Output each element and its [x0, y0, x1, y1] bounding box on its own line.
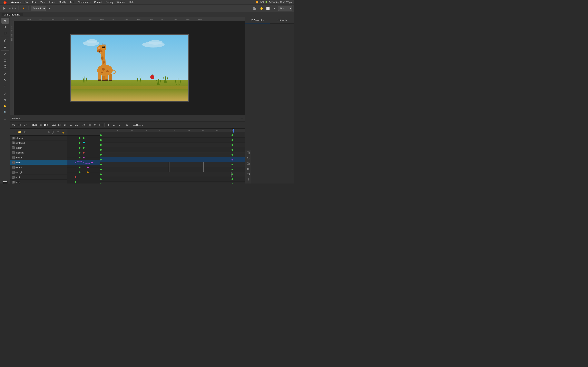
right-tool-4[interactable] — [246, 166, 251, 171]
right-tool-2[interactable]: i — [246, 156, 251, 161]
scene-dropdown-btn[interactable]: ▾ — [47, 6, 52, 11]
tool-text[interactable]: T — [1, 83, 9, 89]
layer-lock-btn[interactable]: 🔒 — [61, 130, 66, 134]
right-tool-3[interactable] — [246, 161, 251, 166]
layer-add-btn[interactable]: + — [12, 130, 16, 134]
layer-row-mouth[interactable]: mouth — [10, 155, 67, 160]
track-leftpupil — [100, 133, 245, 138]
layer-row-body[interactable]: body — [10, 180, 67, 184]
tool-pen[interactable] — [1, 38, 9, 43]
tool-subselect[interactable] — [1, 24, 9, 30]
scene-selector[interactable]: Scene 1 — [31, 6, 46, 11]
svg-rect-2 — [255, 7, 256, 8]
layer-row-head[interactable]: head — [10, 160, 67, 165]
tl-export-btn[interactable] — [98, 123, 104, 128]
tl-settings-btn[interactable] — [93, 123, 98, 128]
tab-properties[interactable]: Properties — [245, 17, 270, 24]
right-tool-1[interactable] — [246, 150, 251, 155]
apple-menu[interactable]: 🍎 — [2, 0, 8, 4]
layer-row-eyeright[interactable]: eyeright — [10, 150, 67, 155]
animate-icon[interactable]: ✦ — [21, 6, 26, 11]
right-panel-content — [245, 24, 294, 150]
tool-oval[interactable] — [1, 64, 9, 69]
layer-visibility-btn[interactable] — [56, 130, 60, 134]
svg-point-58 — [13, 147, 14, 149]
tool-eyedropper[interactable] — [1, 91, 9, 97]
tl-back-frame-btn[interactable] — [105, 123, 111, 128]
tool-lasso[interactable] — [1, 44, 9, 50]
tool-zoom[interactable]: 🔍 — [1, 109, 9, 115]
view-select-btn[interactable]: ⬜ — [265, 6, 271, 11]
tab-assets[interactable]: Assets — [270, 17, 294, 24]
tl-loop2-btn[interactable] — [124, 123, 129, 128]
apple-stem — [152, 75, 153, 75]
tool-paintbucket[interactable] — [1, 77, 9, 83]
kf-eyeleft-0 — [100, 144, 102, 146]
layer-options-btn[interactable] — [51, 130, 55, 134]
tl-loop-btn[interactable]: ▶▶ — [74, 123, 79, 128]
menu-modify[interactable]: Modify — [57, 0, 68, 4]
tl-camera-btn[interactable] — [11, 123, 16, 128]
speed-slider-thumb[interactable] — [136, 124, 138, 126]
tool-line[interactable] — [1, 71, 9, 77]
layer-row-neck[interactable]: neck — [10, 175, 67, 180]
svg-rect-99 — [277, 20, 278, 20]
file-tab[interactable]: AFFE REAL.fla* — [2, 13, 23, 16]
tl-skip-back-btn[interactable]: ◀◀ — [51, 123, 56, 128]
layer-row-earleft[interactable]: earleft — [10, 165, 67, 170]
right-tabs: Properties Assets — [245, 17, 294, 24]
right-tool-expand[interactable] — [246, 183, 251, 184]
svg-rect-30 — [103, 44, 104, 47]
tl-graph-btn[interactable] — [22, 123, 28, 128]
track-earright — [100, 167, 245, 172]
menu-window[interactable]: Window — [115, 0, 127, 4]
layer-icon-body — [12, 181, 15, 184]
svg-point-75 — [83, 147, 85, 149]
tl-frames-btn[interactable] — [17, 123, 22, 128]
view-hand-btn[interactable]: ✋ — [259, 6, 264, 11]
tl-frame-forward-btn[interactable] — [62, 123, 68, 128]
right-tool-dots[interactable] — [246, 177, 251, 182]
playhead[interactable] — [233, 129, 233, 133]
menu-file[interactable]: File — [23, 0, 30, 4]
tool-transform[interactable] — [1, 30, 9, 36]
tool-select[interactable] — [1, 18, 9, 24]
tool-brush[interactable] — [1, 51, 9, 57]
speed-slider[interactable] — [133, 125, 141, 125]
tool-hand[interactable]: ✋ — [1, 103, 9, 109]
menu-insert[interactable]: Insert — [47, 0, 57, 4]
tl-frame-back-btn[interactable] — [57, 123, 62, 128]
layer-row-rightpupil[interactable]: rightpupil — [10, 141, 67, 145]
menu-animate[interactable]: Animate — [9, 0, 22, 4]
tl-multiframe-btn[interactable] — [87, 123, 92, 128]
tool-eraser[interactable] — [1, 58, 9, 63]
tool-pin[interactable] — [1, 97, 9, 103]
layer-row-eyeleft[interactable]: eyeleft — [10, 145, 67, 150]
tool-more[interactable]: ••• — [1, 117, 9, 123]
menu-help[interactable]: Help — [127, 0, 136, 4]
stroke-swatch[interactable] — [3, 182, 7, 184]
layer-row-earright[interactable]: earright — [10, 170, 67, 175]
toolbar-action-btn[interactable] — [2, 6, 7, 11]
menu-edit[interactable]: Edit — [31, 0, 38, 4]
menu-debug[interactable]: Debug — [104, 0, 114, 4]
layer-folder-btn[interactable]: 📁 — [17, 130, 22, 134]
main-area: T ✋ 🔍 ••• -1500 -1000 -500 — [0, 17, 294, 184]
tl-forward-frame-btn[interactable] — [117, 123, 122, 128]
menu-control[interactable]: Control — [93, 0, 104, 4]
tl-play-btn[interactable]: ▶ — [68, 123, 73, 128]
layer-delete-btn[interactable]: 🗑 — [22, 130, 27, 134]
menu-commands[interactable]: Commands — [76, 0, 92, 4]
track-mouth — [100, 152, 245, 157]
menu-text[interactable]: Text — [68, 0, 76, 4]
view-up-btn[interactable]: ▲ — [272, 6, 277, 11]
tl-onion-skin-btn[interactable] — [81, 123, 86, 128]
view-grid-btn[interactable] — [252, 6, 258, 11]
ruler-tick-1: -1500 — [26, 19, 31, 21]
tl-play2-btn[interactable]: ▶ — [111, 123, 116, 128]
layer-row-leftpupil[interactable]: leftpupil — [10, 136, 67, 141]
right-tool-camera[interactable] — [246, 172, 251, 176]
menu-view[interactable]: View — [38, 0, 47, 4]
timeline-collapse-btn[interactable]: — — [240, 117, 243, 120]
zoom-selector[interactable]: 16% — [278, 6, 292, 11]
